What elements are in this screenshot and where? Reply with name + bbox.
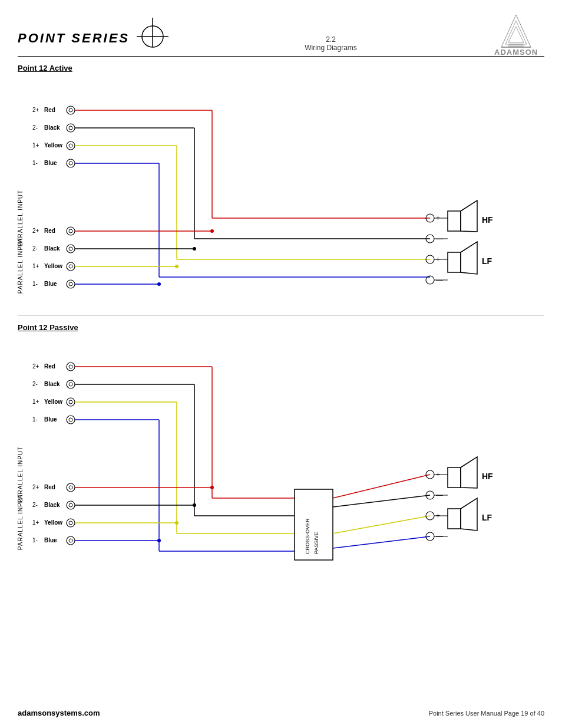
svg-text:Red: Red [44, 363, 55, 370]
section1-title: Point 12 Active [18, 64, 72, 73]
page-subtitle: Wiring Diagrams [173, 44, 488, 52]
svg-point-86 [69, 365, 72, 368]
svg-point-121 [69, 503, 72, 507]
svg-point-49 [69, 247, 72, 251]
svg-marker-5 [508, 27, 524, 42]
svg-point-127 [69, 521, 72, 525]
svg-line-141 [333, 516, 430, 533]
svg-text:1+: 1+ [32, 519, 39, 526]
svg-text:Black: Black [44, 381, 60, 387]
svg-text:Blue: Blue [44, 537, 57, 543]
svg-text:1-: 1- [32, 416, 38, 423]
svg-point-63 [157, 282, 161, 286]
svg-point-17 [67, 124, 75, 132]
svg-point-129 [175, 521, 178, 525]
svg-text:Blue: Blue [44, 416, 57, 423]
active-wiring-diagram: PARALLEL INPUT 2+ Red 2- Black 1+ Yellow… [12, 77, 542, 307]
svg-point-120 [67, 501, 75, 509]
svg-point-22 [69, 144, 72, 147]
svg-point-90 [69, 383, 72, 386]
svg-point-123 [193, 503, 196, 507]
svg-text:1+: 1+ [32, 263, 39, 269]
svg-point-93 [67, 398, 75, 406]
svg-text:2+: 2+ [32, 228, 39, 234]
svg-text:Red: Red [44, 228, 55, 234]
svg-marker-78 [461, 242, 477, 274]
svg-point-126 [67, 519, 75, 527]
svg-point-117 [210, 486, 214, 489]
svg-point-51 [193, 247, 196, 251]
svg-point-85 [67, 363, 75, 371]
svg-point-114 [67, 483, 75, 492]
svg-text:Blue: Blue [44, 281, 57, 287]
svg-text:LF: LF [482, 513, 492, 522]
svg-text:Yellow: Yellow [44, 142, 62, 149]
svg-point-48 [67, 245, 75, 253]
svg-point-97 [67, 416, 75, 424]
logo-text: POINT SERIES [18, 23, 130, 45]
svg-text:ADAMSON: ADAMSON [494, 48, 538, 56]
svg-text:Red: Red [44, 484, 55, 490]
svg-point-25 [67, 159, 75, 167]
footer-dotcom: .com [82, 709, 100, 717]
svg-marker-69 [461, 200, 477, 232]
svg-point-132 [67, 536, 75, 545]
svg-text:2-: 2- [32, 124, 38, 131]
svg-text:2-: 2- [32, 502, 38, 508]
svg-point-61 [69, 282, 72, 286]
svg-point-98 [69, 418, 72, 421]
page-subtitle-area: 2.2 Wiring Diagrams [173, 12, 488, 52]
footer-adamson: adamson [18, 709, 51, 717]
footer-systems: systems [51, 709, 82, 717]
svg-marker-4 [505, 21, 527, 44]
svg-point-43 [69, 229, 72, 233]
svg-text:2+: 2+ [32, 363, 39, 370]
svg-text:Black: Black [44, 245, 60, 252]
svg-text:1-: 1- [32, 281, 38, 287]
adamson-logo-svg: ADAMSON [488, 12, 544, 56]
svg-marker-148 [461, 457, 477, 488]
svg-point-21 [67, 141, 75, 150]
svg-text:Yellow: Yellow [44, 398, 62, 405]
svg-text:Red: Red [44, 107, 55, 113]
svg-point-94 [69, 400, 72, 404]
svg-rect-156 [448, 509, 461, 529]
svg-text:1-: 1- [32, 160, 38, 166]
section2-title: Point 12 Passive [18, 323, 78, 332]
svg-point-135 [157, 539, 161, 542]
svg-line-140 [333, 495, 430, 507]
svg-point-45 [210, 229, 214, 233]
svg-point-55 [69, 265, 72, 268]
svg-text:2-: 2- [32, 245, 38, 252]
svg-rect-68 [448, 211, 461, 231]
crosshair-icon [132, 12, 173, 56]
svg-text:1+: 1+ [32, 142, 39, 149]
svg-marker-157 [461, 498, 477, 531]
svg-line-139 [333, 475, 430, 498]
page-number: 2.2 [173, 35, 488, 44]
svg-rect-147 [448, 467, 461, 487]
svg-point-18 [69, 126, 72, 130]
svg-line-142 [333, 536, 430, 548]
svg-text:Black: Black [44, 502, 60, 508]
svg-text:Blue: Blue [44, 160, 57, 166]
svg-point-54 [67, 262, 75, 271]
svg-point-42 [67, 227, 75, 235]
svg-point-89 [67, 380, 75, 388]
point-series-logo: POINT SERIES [18, 12, 173, 56]
svg-text:PARALLEL INPUT: PARALLEL INPUT [17, 237, 24, 294]
svg-point-26 [69, 162, 72, 165]
svg-point-57 [175, 265, 178, 268]
svg-text:PASSIVE: PASSIVE [313, 532, 319, 554]
svg-point-115 [69, 486, 72, 489]
passive-wiring-diagram: PARALLEL INPUT 2+ Red 2- Black 1+ Yellow… [12, 333, 542, 587]
svg-point-60 [67, 280, 75, 288]
header-divider [18, 56, 544, 57]
page-header: POINT SERIES 2.2 Wiring Diagrams ADAMSON [0, 12, 562, 58]
svg-text:HF: HF [482, 215, 493, 225]
svg-text:CROSS-OVER: CROSS-OVER [305, 518, 310, 554]
section-divider [18, 315, 544, 316]
svg-text:LF: LF [482, 256, 492, 266]
svg-text:HF: HF [482, 472, 493, 481]
svg-text:Black: Black [44, 124, 60, 131]
